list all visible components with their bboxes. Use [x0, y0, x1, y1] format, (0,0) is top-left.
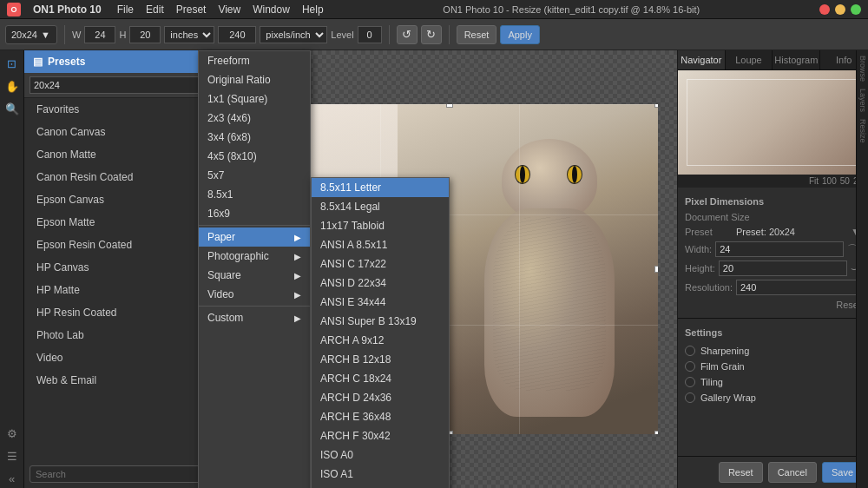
preset-dropdown-select[interactable]: 20x24 ▼: [30, 76, 216, 94]
sub-iso-a2[interactable]: ISO A2: [312, 484, 449, 488]
preset-dropdown-row: 20x24 ▼: [24, 73, 221, 98]
preset-favorites[interactable]: Favorites: [24, 98, 221, 121]
left-sidebar-icons: ⊡ ✋ 🔍 ⚙ ☰ «: [0, 50, 24, 488]
dd-16x9[interactable]: 16x9: [199, 204, 310, 223]
level-input[interactable]: [358, 26, 382, 43]
resize-side-icon[interactable]: Resize: [858, 119, 867, 143]
res-dim-input[interactable]: [736, 280, 865, 295]
rotate-cw-btn[interactable]: ↻: [421, 25, 442, 44]
preset-epson-resin[interactable]: Epson Resin Coated: [24, 234, 221, 256]
minimize-btn[interactable]: [835, 4, 845, 15]
tiling-row: Tiling: [685, 374, 861, 390]
dd-photographic[interactable]: Photographic ▶: [199, 247, 310, 266]
presets-panel: ▤ Presets 20x24 ▼ Favorites Canon Canvas…: [24, 50, 222, 488]
browse-icon[interactable]: Browse: [858, 56, 867, 82]
nav-100[interactable]: 100: [822, 176, 837, 186]
dd-5x7[interactable]: 5x7: [199, 166, 310, 185]
close-btn[interactable]: [819, 4, 830, 15]
nav-50[interactable]: 50: [840, 176, 850, 186]
preset-photo-lab[interactable]: Photo Lab: [24, 324, 221, 346]
preset-epson-canvas[interactable]: Epson Canvas: [24, 188, 221, 211]
gallery-wrap-radio[interactable]: [685, 392, 695, 403]
menu-help[interactable]: Help: [302, 3, 324, 16]
preset-canon-matte[interactable]: Canon Matte: [24, 143, 221, 166]
res-unit-select[interactable]: pixels/inch pixels/cm: [260, 26, 327, 43]
preset-canon-resin[interactable]: Canon Resin Coated: [24, 166, 221, 188]
sub-ansi-d[interactable]: ANSI D 22x34: [312, 274, 449, 293]
sub-arch-d[interactable]: ARCH D 24x36: [312, 388, 449, 407]
height-input[interactable]: [129, 26, 161, 43]
dd-2x3[interactable]: 2x3 (4x6): [199, 109, 310, 128]
reset-btn[interactable]: Reset: [719, 462, 763, 483]
dd-freeform[interactable]: Freeform: [199, 51, 310, 70]
sub-iso-a0[interactable]: ISO A0: [312, 445, 449, 465]
toolbar: 20x24 ▼ W H inches cm px pixels/inch pix…: [0, 19, 868, 50]
sub-arch-b[interactable]: ARCH B 12x18: [312, 350, 449, 369]
handle-bot-right[interactable]: [654, 431, 658, 434]
layers-side-icon[interactable]: Layers: [858, 89, 867, 112]
sub-iso-a1[interactable]: ISO A1: [312, 465, 449, 484]
dd-3x4[interactable]: 3x4 (6x8): [199, 128, 310, 147]
tab-loupe[interactable]: Loupe: [726, 50, 773, 69]
preset-hp-resin[interactable]: HP Resin Coated: [24, 301, 221, 324]
hand-tool-icon[interactable]: ✋: [3, 76, 22, 96]
dd-custom[interactable]: Custom ▶: [199, 308, 310, 327]
cancel-btn[interactable]: Cancel: [768, 462, 817, 483]
dd-1x1[interactable]: 1x1 (Square): [199, 89, 310, 109]
sub-legal[interactable]: 8.5x14 Legal: [312, 197, 449, 216]
tab-histogram[interactable]: Histogram: [773, 50, 820, 69]
apply-button[interactable]: Apply: [500, 25, 540, 44]
menu-view[interactable]: View: [218, 3, 240, 16]
preset-search-input[interactable]: [30, 465, 216, 483]
width-input[interactable]: [84, 26, 115, 43]
maximize-btn[interactable]: [851, 4, 861, 15]
pixel-dimensions-title: Pixel Dimensions: [685, 193, 861, 210]
dd-4x5[interactable]: 4x5 (8x10): [199, 147, 310, 166]
zoom-tool-icon[interactable]: 🔍: [3, 99, 22, 118]
sub-ansi-a[interactable]: ANSI A 8.5x11: [312, 235, 449, 254]
layers-icon[interactable]: ☰: [3, 446, 22, 465]
preset-hp-matte[interactable]: HP Matte: [24, 279, 221, 301]
sub-arch-f[interactable]: ARCH F 30x42: [312, 426, 449, 445]
resolution-input[interactable]: [218, 26, 256, 43]
rotate-ccw-btn[interactable]: ↺: [397, 25, 418, 44]
unit-select[interactable]: inches cm px: [164, 26, 214, 43]
preset-video[interactable]: Video: [24, 346, 221, 369]
sub-ansi-c[interactable]: ANSI C 17x22: [312, 254, 449, 274]
menu-preset[interactable]: Preset: [176, 3, 207, 16]
preset-epson-matte[interactable]: Epson Matte: [24, 211, 221, 234]
level-label: Level: [331, 30, 353, 40]
reset-button[interactable]: Reset: [457, 25, 497, 44]
dd-paper[interactable]: Paper ▶: [199, 228, 310, 247]
preset-hp-canvas[interactable]: HP Canvas: [24, 256, 221, 279]
film-grain-radio[interactable]: [685, 361, 695, 372]
resize-tool-icon[interactable]: ⊡: [3, 54, 22, 73]
width-dim-input[interactable]: [715, 241, 844, 257]
menu-file[interactable]: File: [117, 3, 134, 16]
preset-selector[interactable]: 20x24 ▼: [5, 25, 57, 44]
handle-top-right[interactable]: [654, 104, 658, 108]
settings-icon[interactable]: ⚙: [3, 424, 22, 443]
dd-85x1[interactable]: 8.5x1: [199, 185, 310, 204]
preset-canon-canvas[interactable]: Canon Canvas: [24, 121, 221, 143]
menu-edit[interactable]: Edit: [146, 3, 164, 16]
nav-fit[interactable]: Fit: [809, 176, 819, 186]
sub-letter[interactable]: 8.5x11 Letter: [312, 178, 449, 197]
dd-square[interactable]: Square ▶: [199, 266, 310, 285]
collapse-icon[interactable]: «: [3, 469, 22, 488]
tiling-radio[interactable]: [685, 377, 695, 387]
dd-original-ratio[interactable]: Original Ratio: [199, 70, 310, 89]
sub-tabloid[interactable]: 11x17 Tabloid: [312, 216, 449, 235]
sub-ansi-super-b[interactable]: ANSI Super B 13x19: [312, 312, 449, 331]
sub-arch-a[interactable]: ARCH A 9x12: [312, 331, 449, 350]
sub-arch-e[interactable]: ARCH E 36x48: [312, 407, 449, 426]
sub-arch-c[interactable]: ARCH C 18x24: [312, 369, 449, 388]
sharpening-radio[interactable]: [685, 346, 695, 356]
tab-navigator[interactable]: Navigator: [678, 50, 726, 69]
preset-web-email[interactable]: Web & Email: [24, 369, 221, 392]
handle-mid-right[interactable]: [654, 266, 658, 273]
dd-video[interactable]: Video ▶: [199, 285, 310, 304]
menu-window[interactable]: Window: [253, 3, 290, 16]
sub-ansi-e[interactable]: ANSI E 34x44: [312, 293, 449, 312]
height-dim-input[interactable]: [719, 260, 847, 276]
